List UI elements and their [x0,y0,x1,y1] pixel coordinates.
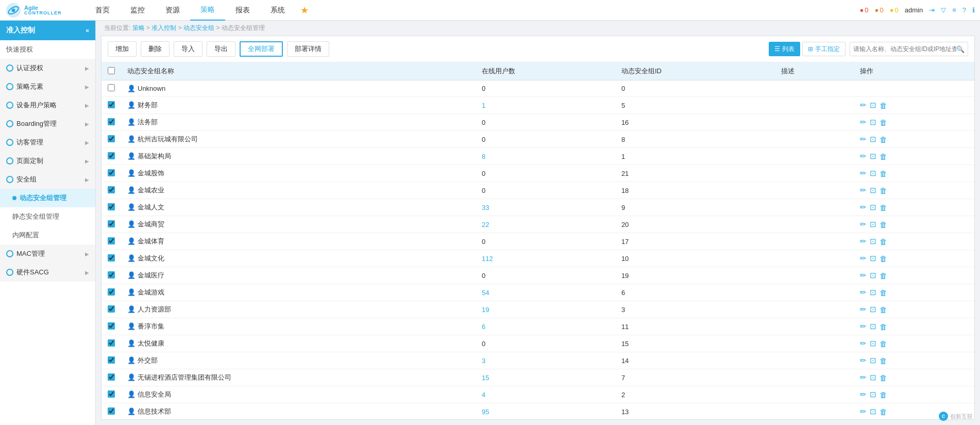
delete-icon[interactable]: 🗑 [880,305,887,314]
online-count-link[interactable]: 33 [482,204,489,211]
delete-icon[interactable]: 🗑 [880,271,887,280]
row-checkbox[interactable] [108,220,115,227]
sidebar-item-auth[interactable]: 认证授权 ▶ [0,59,95,77]
online-count-link[interactable]: 95 [482,408,489,416]
online-count-link[interactable]: 22 [482,221,489,228]
delete-icon[interactable]: 🗑 [880,373,887,382]
sidebar-item-dynamic-sg[interactable]: 动态安全组管理 [0,189,95,207]
copy-icon[interactable]: ⊡ [870,339,876,348]
online-count-link[interactable]: 54 [482,289,489,297]
delete-icon[interactable]: 🗑 [880,152,887,161]
import-button[interactable]: 导入 [174,41,202,57]
sidebar-item-hardware-sacg[interactable]: 硬件SACG ▶ [0,263,95,282]
logout-icon[interactable]: ⇥ [929,6,935,14]
row-checkbox[interactable] [108,322,115,330]
copy-icon[interactable]: ⊡ [870,288,876,297]
online-count-link[interactable]: 15 [482,374,489,382]
copy-icon[interactable]: ⊡ [870,271,876,280]
copy-icon[interactable]: ⊡ [870,390,876,399]
badge-red[interactable]: ● 0 [859,6,868,14]
sidebar-item-static-sg[interactable]: 静态安全组管理 [0,207,95,226]
row-checkbox[interactable] [108,390,115,398]
copy-icon[interactable]: ⊡ [870,356,876,365]
nav-home[interactable]: 首页 [85,0,120,21]
edit-icon[interactable]: ✏ [860,220,867,229]
sidebar-item-visitor[interactable]: 访客管理 ▶ [0,133,95,152]
row-checkbox[interactable] [108,237,115,244]
copy-icon[interactable]: ⊡ [870,373,876,382]
edit-icon[interactable]: ✏ [860,152,867,161]
edit-icon[interactable]: ✏ [860,254,867,263]
deploy-detail-button[interactable]: 部署详情 [287,41,329,57]
copy-icon[interactable]: ⊡ [870,152,876,161]
row-checkbox[interactable] [108,203,115,210]
sidebar-item-intranet[interactable]: 内网配置 [0,226,95,244]
search-icon[interactable]: 🔍 [956,45,965,53]
delete-icon[interactable]: 🗑 [880,339,887,348]
row-checkbox[interactable] [108,118,115,125]
delete-icon[interactable]: 🗑 [880,288,887,297]
row-checkbox[interactable] [108,271,115,279]
delete-icon[interactable]: 🗑 [880,322,887,331]
edit-icon[interactable]: ✏ [860,373,867,382]
sidebar-item-policy-element[interactable]: 策略元素 ▶ [0,77,95,96]
sidebar-item-security-group[interactable]: 安全组 ▶ [0,170,95,189]
delete-icon[interactable]: 🗑 [880,186,887,195]
sidebar-item-page-customize[interactable]: 页面定制 ▶ [0,152,95,170]
sidebar-item-device-policy[interactable]: 设备用户策略 ▶ [0,96,95,115]
delete-icon[interactable]: 🗑 [880,390,887,399]
view-list-button[interactable]: ☰ 列表 [769,42,800,56]
edit-icon[interactable]: ✏ [860,101,867,110]
online-count-link[interactable]: 1 [482,102,485,109]
copy-icon[interactable]: ⊡ [870,169,876,178]
badge-yellow[interactable]: ● 0 [890,6,899,14]
copy-icon[interactable]: ⊡ [870,322,876,331]
copy-icon[interactable]: ⊡ [870,118,876,127]
sidebar-collapse-button[interactable]: « [86,27,89,34]
edit-icon[interactable]: ✏ [860,390,867,399]
edit-icon[interactable]: ✏ [860,203,867,212]
edit-icon[interactable]: ✏ [860,288,867,297]
edit-icon[interactable]: ✏ [860,322,867,331]
edit-icon[interactable]: ✏ [860,407,867,416]
edit-icon[interactable]: ✏ [860,118,867,127]
breadcrumb-policy[interactable]: 策略 [132,24,145,31]
copy-icon[interactable]: ⊡ [870,101,876,110]
copy-icon[interactable]: ⊡ [870,407,876,416]
copy-icon[interactable]: ⊡ [870,305,876,314]
delete-button[interactable]: 删除 [141,41,170,57]
menu-icon[interactable]: ≡ [952,6,956,14]
nav-report[interactable]: 报表 [225,0,260,21]
delete-icon[interactable]: 🗑 [880,407,887,416]
row-checkbox[interactable] [108,305,115,313]
nav-policy[interactable]: 策略 [190,0,225,21]
sidebar-item-quick-auth[interactable]: 快速授权 [0,40,95,59]
edit-icon[interactable]: ✏ [860,339,867,348]
add-button[interactable]: 增加 [108,41,137,57]
search-input[interactable] [853,45,956,53]
copy-icon[interactable]: ⊡ [870,203,876,212]
badge-orange[interactable]: ● 0 [875,6,884,14]
nav-resource[interactable]: 资源 [155,0,190,21]
edit-icon[interactable]: ✏ [860,237,867,246]
row-checkbox[interactable] [108,169,115,176]
select-all-checkbox[interactable] [108,67,115,74]
delete-icon[interactable]: 🗑 [880,101,887,110]
row-checkbox[interactable] [108,186,115,193]
online-count-link[interactable]: 19 [482,306,489,314]
export-button[interactable]: 导出 [207,41,235,57]
row-checkbox[interactable] [108,135,115,142]
online-count-link[interactable]: 4 [482,391,485,399]
help-icon[interactable]: ? [962,6,966,14]
row-checkbox[interactable] [108,152,115,159]
row-checkbox[interactable] [108,254,115,261]
edit-icon[interactable]: ✏ [860,169,867,178]
deploy-all-button[interactable]: 全网部署 [240,41,283,57]
copy-icon[interactable]: ⊡ [870,220,876,229]
row-checkbox[interactable] [108,288,115,296]
row-checkbox[interactable] [108,373,115,381]
delete-icon[interactable]: 🗑 [880,203,887,212]
breadcrumb-access-control[interactable]: 准入控制 [151,24,176,31]
nav-system[interactable]: 系统 [260,0,295,21]
nav-monitor[interactable]: 监控 [120,0,155,21]
